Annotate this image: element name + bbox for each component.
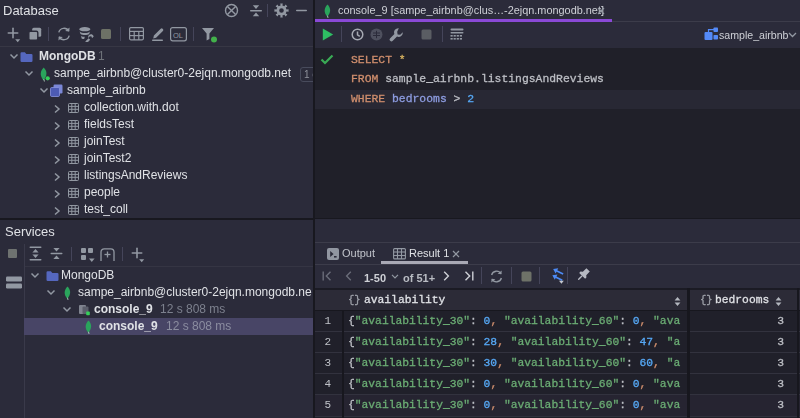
svg-text:OL: OL [173,31,183,40]
